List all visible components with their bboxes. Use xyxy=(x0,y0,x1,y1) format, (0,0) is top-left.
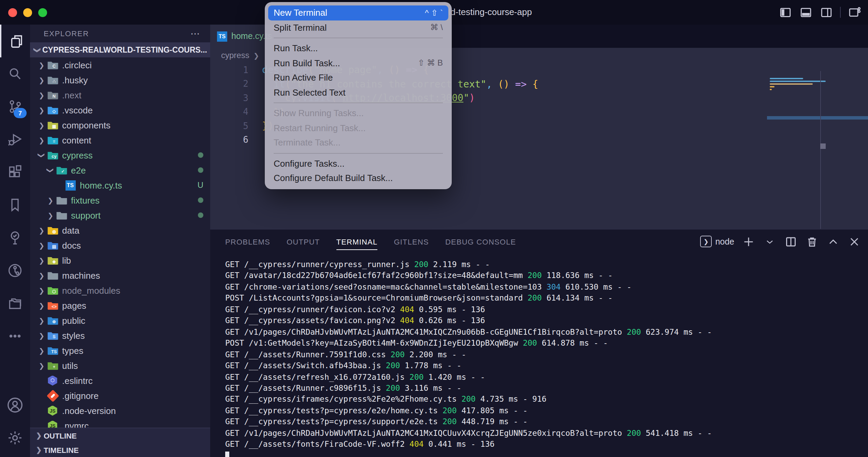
minimap[interactable] xyxy=(767,77,868,158)
explorer-more-actions-icon[interactable]: ⋯ xyxy=(190,28,201,39)
toggle-panel-icon[interactable] xyxy=(799,5,813,19)
menu-item-configure-tasks[interactable]: Configure Tasks... xyxy=(268,156,448,171)
sidebar-header: EXPLORER ⋯ xyxy=(30,25,210,42)
panel-tab-debug-console[interactable]: DEBUG CONSOLE xyxy=(445,230,516,253)
tree-item-components[interactable]: ▦components xyxy=(30,117,210,133)
tree-item-fixtures[interactable]: fixtures xyxy=(30,193,210,208)
tree-item-label: .vscode xyxy=(62,105,93,115)
section-outline[interactable]: OUTLINE xyxy=(30,428,210,443)
tree-item-support[interactable]: support xyxy=(30,208,210,223)
menu-item-split-terminal[interactable]: Split Terminal⌘ \ xyxy=(268,20,448,35)
menu-item-run-build-task[interactable]: Run Build Task...⇧ ⌘ B xyxy=(268,56,448,70)
account-icon[interactable] xyxy=(0,389,30,421)
sidebar-sections: OUTLINETIMELINE xyxy=(30,428,210,457)
maximize-panel-icon[interactable] xyxy=(826,235,840,248)
panel-tab-problems[interactable]: PROBLEMS xyxy=(225,230,270,253)
panel-tab-terminal[interactable]: TERMINAL xyxy=(336,230,378,253)
minimap-viewport[interactable] xyxy=(767,116,868,120)
svg-text:◇: ◇ xyxy=(52,109,56,114)
tree-item-machines[interactable]: machines xyxy=(30,268,210,283)
todo-tree-icon[interactable] xyxy=(0,221,30,254)
panel-tab-gitlens[interactable]: GITLENS xyxy=(394,230,429,253)
tree-item-pages[interactable]: <>pages xyxy=(30,298,210,313)
tree-item-styles[interactable]: Sstyles xyxy=(30,328,210,343)
tree-item-utils[interactable]: +utils xyxy=(30,358,210,373)
breadcrumb-item-cypress[interactable]: cypress xyxy=(221,51,249,60)
tree-item-data[interactable]: ◍data xyxy=(30,223,210,238)
tree-item--next[interactable]: N.next xyxy=(30,87,210,102)
minimize-window-button[interactable] xyxy=(23,8,32,17)
tree-item-lib[interactable]: ◆lib xyxy=(30,253,210,268)
tree-item-label: styles xyxy=(62,330,85,341)
chevron-down-icon xyxy=(37,151,46,159)
svg-text:▤: ▤ xyxy=(52,244,56,249)
tree-item-home-cy-ts[interactable]: TShome.cy.tsU xyxy=(30,178,210,193)
menu-item-shortcut: ^ ⇧ ` xyxy=(425,8,443,18)
tree-root-folder[interactable]: CYPRESS-REALWORLD-TESTING-COURS... xyxy=(30,42,210,57)
git-icon xyxy=(46,390,59,401)
tree-item-label: .node-version xyxy=(62,405,116,416)
menu-item-run-active-file[interactable]: Run Active File xyxy=(268,70,448,85)
menu-item-configure-default-build-task[interactable]: Configure Default Build Task... xyxy=(268,171,448,185)
svg-text:≡: ≡ xyxy=(53,139,55,144)
extensions-icon[interactable] xyxy=(0,156,30,189)
folder-icon: ◆ xyxy=(46,255,59,266)
run-debug-icon[interactable] xyxy=(0,123,30,156)
split-terminal-icon[interactable] xyxy=(784,235,798,248)
panel-tab-output[interactable]: OUTPUT xyxy=(287,230,320,253)
close-window-button[interactable] xyxy=(8,8,17,17)
folder-icon: ⊕ xyxy=(46,315,59,326)
chevron-down-icon[interactable] xyxy=(763,235,777,248)
menu-item-run-selected-text[interactable]: Run Selected Text xyxy=(268,85,448,100)
tree-item--gitignore[interactable]: .gitignore xyxy=(30,388,210,403)
gitlens-icon[interactable] xyxy=(0,254,30,287)
tree-item-node-modules[interactable]: ⬡node_modules xyxy=(30,283,210,298)
tree-item--vscode[interactable]: ◇.vscode xyxy=(30,102,210,117)
minimap-line xyxy=(770,81,825,82)
menu-item-new-terminal[interactable]: New Terminal^ ⇧ ` xyxy=(268,5,448,20)
tree-item--circleci[interactable]: C.circleci xyxy=(30,57,210,72)
bookmarks-icon[interactable] xyxy=(0,189,30,221)
close-panel-icon[interactable] xyxy=(848,235,861,248)
active-terminal-node[interactable]: ❯node xyxy=(700,236,734,247)
zoom-window-button[interactable] xyxy=(38,8,47,17)
tree-item--node-version[interactable]: JS.node-version xyxy=(30,403,210,418)
tree-item-cypress[interactable]: cycypress xyxy=(30,148,210,163)
menu-separator xyxy=(274,153,443,153)
svg-text:∴: ∴ xyxy=(52,79,55,84)
tree-item-public[interactable]: ⊕public xyxy=(30,313,210,328)
chevron-right-icon xyxy=(37,106,46,114)
terminal-log-line: GET /__/assets/Switch.afb43baa.js 200 1.… xyxy=(225,360,868,371)
tree-item-docs[interactable]: ▤docs xyxy=(30,238,210,253)
toggle-rightbar-icon[interactable] xyxy=(820,5,833,19)
svg-text:⬡: ⬡ xyxy=(52,289,56,294)
search-icon[interactable] xyxy=(0,57,30,90)
menu-item-run-task[interactable]: Run Task... xyxy=(268,41,448,56)
trash-icon[interactable] xyxy=(805,235,819,248)
explorer-icon[interactable] xyxy=(0,25,31,57)
folder-icon: <> xyxy=(46,300,59,311)
scrollbar-slider[interactable] xyxy=(820,143,826,149)
folder-icon: + xyxy=(46,360,59,371)
tree-item--eslintrc[interactable]: ⬡.eslintrc xyxy=(30,373,210,388)
folder-icon: S xyxy=(46,330,59,341)
toggle-sidebar-icon[interactable] xyxy=(779,5,792,19)
settings-gear-icon[interactable] xyxy=(0,421,30,454)
new-terminal-icon[interactable] xyxy=(742,235,755,248)
folders-icon[interactable] xyxy=(0,287,30,320)
more-actions-icon[interactable] xyxy=(0,320,30,352)
eslint-icon: ⬡ xyxy=(46,375,59,386)
terminal-log-line: GET /__cypress/runner/cypress_runner.js … xyxy=(225,259,868,270)
tree-item--husky[interactable]: ∴.husky xyxy=(30,72,210,87)
menu-item-label: Restart Running Task... xyxy=(274,123,366,133)
tree-item-content[interactable]: ≡content xyxy=(30,133,210,148)
section-timeline[interactable]: TIMELINE xyxy=(30,443,210,457)
menu-separator xyxy=(274,102,443,103)
tree-item-types[interactable]: TStypes xyxy=(30,343,210,358)
customize-layout-icon[interactable] xyxy=(848,5,861,19)
tree-item-e2e[interactable]: ✓e2e xyxy=(30,163,210,178)
chevron-right-icon xyxy=(37,76,46,84)
source-control-icon[interactable]: 7 xyxy=(0,90,30,123)
line-number: 5 xyxy=(210,121,262,131)
svg-text:TS: TS xyxy=(51,349,56,354)
